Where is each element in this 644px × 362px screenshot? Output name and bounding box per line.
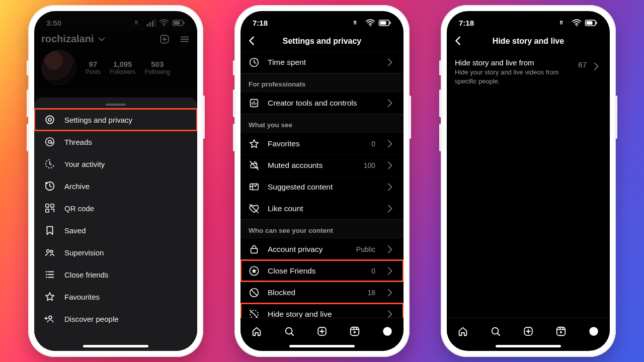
- suggested-icon: [249, 182, 260, 193]
- settings-row-privacy[interactable]: Account privacyPublic: [240, 238, 404, 260]
- settings-icon: [44, 114, 55, 125]
- stat-followers[interactable]: 1,095Followers: [110, 60, 135, 75]
- chevron-right-icon: [385, 98, 395, 108]
- settings-row-value: 100: [364, 161, 375, 169]
- discover-icon: [44, 313, 55, 324]
- favorites-icon: [249, 138, 260, 149]
- settings-row-blocked[interactable]: Blocked18: [240, 282, 404, 303]
- nav-search-icon[interactable]: [490, 326, 501, 337]
- activity-icon: [44, 158, 55, 169]
- menu-item-settings[interactable]: Settings and privacy: [34, 109, 197, 131]
- nav-home-icon[interactable]: [251, 326, 262, 337]
- timespent-icon: [249, 57, 260, 68]
- nav-search-icon[interactable]: [284, 326, 295, 337]
- create-post-icon[interactable]: [159, 34, 170, 45]
- wifi-icon: [365, 18, 375, 27]
- menu-item-label: QR code: [64, 204, 187, 213]
- phone-2-settings: 7:18 ⠿ Settings and privacy Time spentFo…: [234, 5, 410, 357]
- chevron-right-icon: [385, 288, 395, 298]
- settings-row-label: Suggested content: [268, 183, 377, 192]
- settings-row-value: 18: [367, 289, 375, 297]
- menu-item-label: Saved: [64, 226, 187, 235]
- menu-item-label: Your activity: [64, 160, 187, 168]
- chevron-right-icon: [385, 244, 395, 254]
- svg-text:⠿: ⠿: [353, 20, 357, 26]
- nav-home-icon[interactable]: [457, 326, 468, 337]
- menu-item-qr[interactable]: QR code: [34, 197, 197, 219]
- nav-reels-icon[interactable]: [349, 326, 360, 337]
- wifi-icon: [159, 18, 169, 27]
- nav-create-icon[interactable]: [523, 326, 534, 337]
- status-bar: 7:18 ⠿: [240, 11, 404, 31]
- section-header: For professionals: [240, 73, 404, 92]
- page-title: Hide story and live: [493, 37, 564, 46]
- settings-row-value: 0: [371, 140, 375, 148]
- bottom-nav: [240, 318, 404, 344]
- settings-row-value: 0: [371, 267, 375, 275]
- qr-icon: [44, 203, 55, 214]
- menu-item-saved[interactable]: Saved: [34, 219, 197, 241]
- status-time: 7:18: [459, 19, 474, 27]
- avatar[interactable]: [41, 50, 76, 85]
- username-dropdown[interactable]: rochizalani: [41, 33, 107, 45]
- settings-row-close[interactable]: Close Friends0: [240, 260, 404, 282]
- menu-item-discover[interactable]: Discover people: [34, 308, 197, 330]
- stat-following[interactable]: 503Following: [144, 60, 170, 75]
- home-indicator[interactable]: [83, 345, 148, 347]
- chevron-right-icon: [385, 57, 395, 67]
- chevron-right-icon: [385, 266, 395, 276]
- home-indicator[interactable]: [496, 345, 561, 347]
- settings-row-label: Blocked: [268, 288, 359, 297]
- settings-row-muted[interactable]: Muted accounts100: [240, 154, 404, 176]
- settings-row-suggested[interactable]: Suggested content: [240, 176, 404, 198]
- back-button[interactable]: [453, 35, 464, 46]
- nav-profile-icon[interactable]: [382, 326, 393, 337]
- settings-row-label: Account privacy: [268, 245, 348, 254]
- settings-row-favorites[interactable]: Favorites0: [240, 133, 404, 154]
- menu-item-supervision[interactable]: Supervision: [34, 241, 197, 263]
- nav-profile-icon[interactable]: [588, 326, 599, 337]
- settings-row-likecount[interactable]: Like count: [240, 198, 404, 219]
- menu-item-label: Threads: [64, 138, 187, 146]
- chevron-right-icon: [385, 204, 395, 214]
- cell-signal-icon: [146, 19, 156, 27]
- hide-from-row[interactable]: Hide story and live from Hide your story…: [455, 54, 602, 89]
- hide-from-title: Hide story and live from: [455, 58, 573, 67]
- closefriends-icon: [44, 269, 55, 280]
- battery-icon: [378, 19, 391, 27]
- supervision-icon: [44, 247, 55, 258]
- chevron-right-icon: [385, 139, 395, 149]
- likecount-icon: [249, 203, 260, 214]
- settings-row-creator[interactable]: Creator tools and controls: [240, 92, 404, 114]
- sheet-grab-handle[interactable]: [106, 104, 126, 106]
- svg-text:⠿: ⠿: [134, 20, 138, 26]
- hamburger-menu-icon[interactable]: [179, 34, 190, 45]
- status-time: 7:18: [253, 19, 268, 27]
- nav-reels-icon[interactable]: [555, 326, 567, 337]
- navbar-title-bar: Hide story and live: [447, 31, 610, 51]
- home-indicator[interactable]: [289, 345, 355, 347]
- battery-icon: [172, 19, 185, 27]
- status-bar: 3:50 ⠿: [34, 11, 197, 31]
- settings-row-timespent[interactable]: Time spent: [240, 51, 404, 73]
- menu-item-favourites[interactable]: Favourites: [34, 286, 197, 308]
- phone-1-profile-menu: 3:50 ⠿ rochizalani 97Pos: [28, 5, 203, 357]
- back-button[interactable]: [247, 35, 258, 46]
- menu-item-archive[interactable]: Archive: [34, 175, 197, 197]
- menu-item-threads[interactable]: Threads: [34, 131, 197, 153]
- dual-sim-icon: ⠿: [134, 19, 143, 26]
- favourites-icon: [44, 291, 55, 302]
- battery-icon: [585, 19, 598, 27]
- wifi-icon: [572, 18, 582, 27]
- profile-menu-sheet: Settings and privacyThreadsYour activity…: [34, 98, 197, 351]
- section-header: Who can see your content: [240, 219, 404, 238]
- menu-item-label: Archive: [64, 182, 187, 191]
- blocked-icon: [249, 287, 260, 298]
- stat-posts[interactable]: 97Posts: [86, 60, 101, 75]
- hide-from-count: 67: [578, 58, 587, 69]
- section-header: What you see: [240, 114, 404, 133]
- dual-sim-icon: ⠿: [559, 19, 569, 26]
- menu-item-activity[interactable]: Your activity: [34, 153, 197, 175]
- nav-create-icon[interactable]: [316, 326, 328, 337]
- menu-item-closefriends[interactable]: Close friends: [34, 263, 197, 286]
